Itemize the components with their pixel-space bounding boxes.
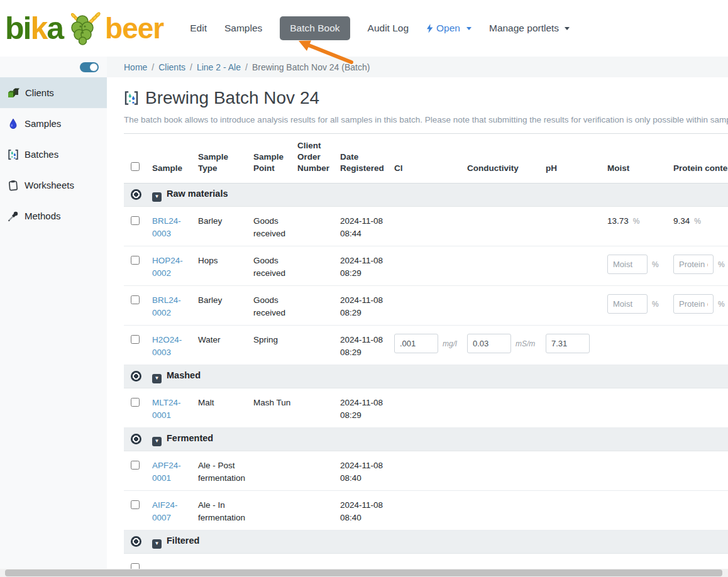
nav-audit-log[interactable]: Audit Log bbox=[368, 23, 409, 34]
horizontal-scrollbar[interactable] bbox=[0, 569, 728, 577]
protein-result-input[interactable] bbox=[673, 255, 714, 274]
category-toggle-cell bbox=[124, 365, 152, 388]
col-conductivity: Conductivity bbox=[467, 134, 546, 184]
protein-cell: % bbox=[673, 285, 728, 325]
sample-point-cell: Spring bbox=[253, 325, 297, 365]
scrollbar-thumb[interactable] bbox=[5, 569, 722, 576]
sidebar-item-worksheets[interactable]: Worksheets bbox=[0, 170, 107, 201]
breadcrumb-home[interactable]: Home bbox=[124, 62, 147, 72]
sample-type-cell: Malt bbox=[198, 388, 253, 427]
sample-row: H2O24-0003WaterSpring2024-11-08 08:29mg/… bbox=[124, 325, 728, 365]
main-content: Home / Clients / Line 2 - Ale / Brewing … bbox=[107, 57, 728, 577]
category-label-cell: ▼Fermented bbox=[152, 427, 728, 451]
sample-row: AIF24-0007Ale - In fermentation2024-11-0… bbox=[124, 490, 728, 530]
ph-cell bbox=[546, 285, 607, 325]
category-row: ▼Mashed bbox=[124, 365, 728, 388]
nav-samples[interactable]: Samples bbox=[224, 23, 262, 34]
methods-pipette-icon bbox=[8, 211, 19, 222]
category-radio-icon[interactable] bbox=[131, 371, 141, 382]
sample-id-cell: BRL24-0003 bbox=[152, 206, 198, 246]
protein-cell bbox=[673, 490, 728, 530]
category-label-cell: ▼Raw materials bbox=[152, 183, 728, 206]
col-sample-point: Sample Point bbox=[253, 134, 297, 184]
sample-link[interactable]: H2O24-0003 bbox=[152, 335, 182, 357]
sample-link[interactable]: BRL24-0002 bbox=[152, 295, 181, 317]
col-moist: Moist bbox=[607, 134, 673, 184]
sample-link[interactable]: HOP24-0002 bbox=[152, 256, 183, 278]
sidebar-item-clients[interactable]: Clients bbox=[0, 77, 107, 108]
sample-link[interactable]: AIF24-0007 bbox=[152, 500, 178, 522]
date-registered-cell: 2024-11-08 08:44 bbox=[340, 206, 394, 246]
row-checkbox[interactable] bbox=[131, 256, 140, 265]
moist-result-input[interactable] bbox=[607, 294, 648, 314]
unit-label: mS/m bbox=[516, 339, 535, 348]
category-radio-icon[interactable] bbox=[131, 536, 141, 547]
row-checkbox-cell bbox=[124, 206, 152, 246]
moist-cell: % bbox=[607, 246, 673, 285]
sidebar-item-samples[interactable]: Samples bbox=[0, 108, 107, 139]
page-title: Brewing Batch Nov 24 bbox=[124, 88, 728, 108]
row-checkbox[interactable] bbox=[131, 216, 140, 225]
cl-cell: mg/l bbox=[394, 325, 467, 365]
sidebar-item-batches[interactable]: Batches bbox=[0, 139, 107, 170]
select-all-checkbox[interactable] bbox=[131, 162, 140, 171]
category-label-cell: ▼Filtered bbox=[152, 530, 728, 553]
collapse-icon[interactable]: ▼ bbox=[152, 374, 162, 383]
nav-manage-portlets[interactable]: Manage portlets bbox=[489, 23, 570, 34]
moist-cell bbox=[607, 451, 673, 490]
sample-type-cell: Barley bbox=[198, 206, 253, 246]
protein-result-input[interactable] bbox=[673, 294, 714, 314]
batch-icon bbox=[124, 91, 139, 106]
row-checkbox-cell bbox=[124, 490, 152, 530]
col-client-order-number: Client Order Number bbox=[297, 134, 340, 184]
batch-table-body: ▼Raw materialsBRL24-0003BarleyGoods rece… bbox=[124, 183, 728, 577]
cl-cell bbox=[394, 206, 467, 246]
row-checkbox[interactable] bbox=[131, 461, 140, 470]
unit-label: % bbox=[652, 260, 659, 269]
date-registered-cell: 2024-11-08 08:29 bbox=[340, 325, 394, 365]
collapse-icon[interactable]: ▼ bbox=[152, 192, 162, 202]
ph-result-input[interactable] bbox=[546, 334, 590, 353]
brand-logo[interactable]: bika bbox=[5, 10, 163, 47]
sample-link[interactable]: APF24-0001 bbox=[152, 461, 181, 483]
moist-cell bbox=[607, 490, 673, 530]
date-registered-cell: 2024-11-08 08:29 bbox=[340, 285, 394, 325]
collapse-icon[interactable]: ▼ bbox=[152, 437, 162, 446]
row-checkbox[interactable] bbox=[131, 398, 140, 407]
collapse-icon[interactable]: ▼ bbox=[152, 539, 162, 549]
nav-edit[interactable]: Edit bbox=[190, 23, 207, 34]
row-checkbox[interactable] bbox=[131, 295, 140, 304]
sample-row: BRL24-0003BarleyGoods received2024-11-08… bbox=[124, 206, 728, 246]
category-radio-icon[interactable] bbox=[131, 434, 141, 444]
sample-point-cell: Mash Tun bbox=[253, 388, 297, 427]
moist-cell bbox=[607, 388, 673, 427]
row-checkbox-cell bbox=[124, 325, 152, 365]
category-label-cell: ▼Mashed bbox=[152, 365, 728, 388]
moist-result-value: 13.73 bbox=[607, 216, 629, 226]
row-checkbox[interactable] bbox=[131, 335, 140, 344]
cl-result-input[interactable] bbox=[394, 334, 438, 353]
sample-droplet-icon bbox=[8, 118, 19, 129]
conductivity-cell bbox=[467, 206, 546, 246]
breadcrumb-line2-ale[interactable]: Line 2 - Ale bbox=[197, 62, 241, 72]
breadcrumb-clients[interactable]: Clients bbox=[158, 62, 185, 72]
category-row: ▼Raw materials bbox=[124, 183, 728, 206]
sample-point-cell: Goods received bbox=[253, 206, 297, 246]
breadcrumb-current: Brewing Batch Nov 24 (Batch) bbox=[252, 62, 370, 72]
sidebar-item-methods[interactable]: Methods bbox=[0, 201, 107, 231]
sample-id-cell: MLT24-0001 bbox=[152, 388, 198, 427]
moist-result-input[interactable] bbox=[607, 255, 648, 274]
clients-icon bbox=[8, 87, 19, 99]
top-navbar: bika bbox=[0, 0, 728, 57]
sample-link[interactable]: BRL24-0003 bbox=[152, 216, 181, 238]
sample-link[interactable]: MLT24-0001 bbox=[152, 398, 181, 420]
nav-open-menu[interactable]: Open bbox=[426, 23, 472, 34]
sidebar-toggle[interactable] bbox=[80, 62, 99, 72]
conductivity-result-input[interactable] bbox=[467, 334, 511, 353]
row-checkbox[interactable] bbox=[131, 500, 140, 509]
ph-cell bbox=[546, 451, 607, 490]
table-header-row: Sample Sample Type Sample Point Client O… bbox=[124, 134, 728, 184]
nav-batch-book[interactable]: Batch Book bbox=[280, 16, 350, 40]
sample-type-cell: Water bbox=[198, 325, 253, 365]
category-radio-icon[interactable] bbox=[131, 189, 141, 200]
